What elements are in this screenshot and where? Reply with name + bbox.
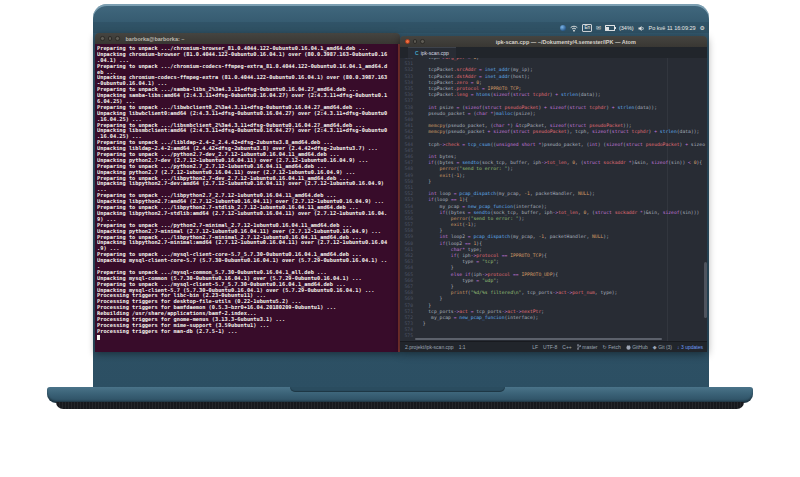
- status-grammar[interactable]: C++: [562, 344, 571, 350]
- laptop-mockup: En ✉ (34%) Po kvě 11 16:09:29 ⚙ barborka…: [0, 0, 800, 477]
- editor-minimize-button[interactable]: [413, 39, 418, 44]
- editor-window-title: ipk-scan.cpp — ~/Dokumenty/4.semester/IP…: [425, 39, 708, 45]
- download-icon: ↓: [677, 345, 680, 350]
- status-fetch[interactable]: ↻ Fetch: [603, 344, 621, 350]
- session-gear-icon[interactable]: ⚙: [700, 25, 705, 31]
- terminal-line: Unpacking samba-libs:amd64 (2:4.3.11+dfs…: [97, 93, 400, 99]
- code-line: memcpy(pseudo_packet + sizeof(struct pse…: [417, 129, 707, 135]
- vertical-scrollbar[interactable]: [704, 58, 707, 341]
- terminal-cursor: [97, 335, 100, 340]
- terminal-line: Preparing to unpack .../chromium-codecs-…: [97, 64, 400, 70]
- volume-icon[interactable]: [638, 25, 645, 32]
- horizontal-scrollbar[interactable]: [415, 338, 662, 340]
- laptop-base: [47, 387, 753, 403]
- terminal-line: Unpacking libwbclient0:amd64 (2:4.3.11+d…: [97, 111, 400, 117]
- terminal-line: Unpacking libpython2.7-minimal:amd64 (2.…: [97, 240, 400, 246]
- code-line: tcph->check = tcp_csum((unsigned short *…: [417, 142, 707, 148]
- battery-icon[interactable]: [605, 25, 615, 31]
- terminal-window: barborka@barborka: ~ Preparing to unpack…: [95, 33, 400, 352]
- wifi-icon[interactable]: [570, 25, 578, 32]
- terminal-line: Unpacking libpython2.7-dev:amd64 (2.7.12…: [97, 181, 400, 187]
- tab-bar: C ipk-scan.cpp: [400, 47, 707, 58]
- git-diff-icon: ◆: [653, 345, 657, 350]
- editor-close-button[interactable]: [405, 39, 410, 44]
- indicator-app-icon[interactable]: [560, 25, 566, 31]
- battery-percent: (34%): [619, 25, 634, 31]
- wrap-guide: [667, 58, 668, 341]
- terminal-title: barborka@barborka: ~: [126, 36, 185, 42]
- terminal-close-button[interactable]: [100, 36, 105, 41]
- status-git-branch[interactable]: master: [577, 344, 598, 350]
- mail-icon[interactable]: ✉: [596, 25, 601, 31]
- keyboard-layout-indicator[interactable]: En: [582, 24, 592, 32]
- terminal-output[interactable]: Preparing to unpack .../chromium-browser…: [95, 44, 400, 352]
- tab-label: ipk-scan.cpp: [421, 50, 449, 56]
- status-cursor-position[interactable]: 1:1: [459, 344, 466, 350]
- code-area[interactable]: tcph->urg_ptr = 0; tcpPacket.srcAddr = i…: [415, 58, 707, 341]
- status-git-changes[interactable]: ◆ Git (3): [653, 344, 672, 350]
- terminal-line: Unpacking chromium-browser (81.0.4044.12…: [97, 52, 400, 58]
- laptop-bottom-edge: [56, 402, 744, 409]
- sync-icon: ↻: [603, 345, 607, 350]
- status-github[interactable]: GitHub: [626, 344, 648, 350]
- terminal-line: Unpacking mysql-client-core-5.7 (5.7.30-…: [97, 258, 400, 264]
- branch-icon: [577, 344, 581, 350]
- line-number-gutter: 5305315325335345355365375385395405415425…: [400, 58, 415, 341]
- status-bar: 2.projekt/ipk-scan.cpp 1:1 LF UTF-8 C++ …: [400, 341, 707, 352]
- terminal-line: Unpacking libpython2.7-stdlib:amd64 (2.7…: [97, 211, 400, 217]
- editor-titlebar[interactable]: ipk-scan.cpp — ~/Dokumenty/4.semester/IP…: [400, 36, 707, 47]
- status-line-ending[interactable]: LF: [532, 344, 538, 350]
- tab-ipk-scan-cpp[interactable]: C ipk-scan.cpp: [408, 47, 456, 58]
- editor-pane[interactable]: 5305315325335345355365375385395405415425…: [400, 58, 707, 341]
- status-encoding[interactable]: UTF-8: [543, 344, 557, 350]
- terminal-titlebar[interactable]: barborka@barborka: ~: [95, 33, 400, 44]
- laptop-lid-notch: [290, 387, 505, 392]
- system-tray: En ✉ (34%) Po kvě 11 16:09:29 ⚙: [560, 23, 705, 33]
- status-file-path[interactable]: 2.projekt/ipk-scan.cpp: [405, 344, 454, 350]
- status-package-updates[interactable]: ↓ 3 updates: [677, 344, 703, 350]
- github-octocat-icon: [626, 345, 631, 350]
- clock[interactable]: Po kvě 11 16:09:29: [649, 25, 696, 31]
- terminal-maximize-button[interactable]: [115, 36, 120, 41]
- laptop-screen-bezel: En ✉ (34%) Po kvě 11 16:09:29 ⚙ barborka…: [93, 4, 709, 390]
- terminal-minimize-button[interactable]: [108, 36, 113, 41]
- terminal-line: Processing triggers for man-db (2.7.5-1)…: [97, 329, 400, 335]
- terminal-line: Unpacking libsmbclient:amd64 (2:4.3.11+d…: [97, 128, 400, 134]
- c-file-icon: C: [415, 50, 419, 56]
- line-number: 575: [400, 333, 413, 339]
- editor-window: ipk-scan.cpp — ~/Dokumenty/4.semester/IP…: [400, 36, 707, 352]
